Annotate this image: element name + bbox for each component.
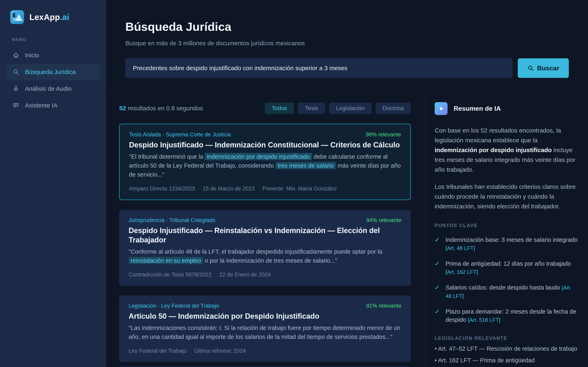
content-row: 52 resultados en 0.8 segundos Todos Tesi… — [106, 90, 588, 367]
keypoint-item: ✓ Salarios caídos: desde despido hasta l… — [435, 284, 578, 300]
check-icon: ✓ — [435, 308, 440, 316]
keypoint-text: Plazo para demandar: 2 meses desde la fe… — [445, 308, 576, 323]
sidebar-item-label: Búsqueda Jurídica — [25, 68, 76, 75]
home-icon — [13, 52, 19, 58]
search-icon — [13, 69, 19, 75]
keypoints-label: PUNTOS CLAVE — [435, 223, 578, 228]
ai-summary-title: Resumen de IA — [454, 105, 501, 112]
filter-chip-doctrina[interactable]: Doctrina — [376, 103, 411, 114]
result-excerpt: "Conforme al artículo 48 de la LFT, el t… — [129, 247, 401, 265]
search-row: Buscar — [125, 58, 569, 78]
relevance-badge: 91% relevante — [366, 303, 401, 309]
citation-link[interactable]: [Art. 48 LFT] — [445, 245, 475, 251]
legislation-item: • Art. 47–52 LFT — Rescisión de relacion… — [435, 345, 578, 353]
citation-link[interactable]: [Art. 162 LFT] — [445, 269, 478, 275]
meta-item: Ponente: Min. María González — [263, 185, 337, 192]
meta-item: Amparo Directo 1234/2023 — [129, 185, 195, 192]
result-meta: Contradicción de Tesis 5678/2022 22 de E… — [129, 272, 401, 278]
results-count: 52 resultados en 0.8 segundos — [119, 105, 203, 112]
sidebar-item-analisis-audio[interactable]: Análisis de Audio — [7, 80, 100, 97]
filter-chip-tesis[interactable]: Tesis — [298, 103, 325, 114]
source-badge: Jurisprudencia · Tribunal Colegiado — [129, 217, 215, 224]
page-header: Búsqueda Jurídica Busque en más de 3 mil… — [106, 0, 588, 90]
citation-link[interactable]: [Art. 518 LFT] — [468, 317, 501, 323]
filter-chips: Todos Tesis Legislación Doctrina — [265, 103, 411, 114]
check-icon: ✓ — [435, 259, 440, 268]
sidebar-item-busqueda-juridica[interactable]: Búsqueda Jurídica — [7, 64, 100, 80]
chat-bubble-icon — [13, 102, 19, 109]
page-title: Búsqueda Jurídica — [125, 20, 569, 34]
sparkle-icon: ✦ — [435, 102, 448, 115]
search-box — [125, 58, 512, 78]
meta-item: 15 de Marzo de 2023 — [203, 185, 255, 192]
sidebar-menu: Inicio Búsqueda Jurídica Análisis de Aud… — [0, 47, 106, 114]
result-excerpt: "Las indemnizaciones consistirán: I. Si … — [129, 323, 401, 341]
app-title: LexApp.ai — [29, 13, 69, 22]
legislation-label: LEGISLACIÓN RELEVANTE — [435, 335, 578, 341]
keypoint-text: Prima de antigüedad: 12 días por año tra… — [445, 260, 571, 267]
source-badge: Tesis Aislada · Suprema Corte de Justici… — [129, 132, 231, 138]
keypoint-text: Indemnización base: 3 meses de salario i… — [445, 236, 577, 243]
ai-summary-paragraph: Los tribunales han establecido criterios… — [435, 182, 578, 211]
ai-summary-header: ✦ Resumen de IA — [435, 102, 578, 115]
check-icon: ✓ — [435, 236, 440, 244]
result-meta: Amparo Directo 1234/2023 15 de Marzo de … — [129, 185, 401, 192]
result-title: Artículo 50 — Indemnización por Despido … — [129, 312, 401, 321]
ai-summary-paragraph: Con base en los 52 resultados encontrado… — [435, 125, 578, 175]
filter-chip-todos[interactable]: Todos — [265, 103, 294, 114]
main-area: Búsqueda Jurídica Busque en más de 3 mil… — [106, 0, 588, 367]
filter-chip-legislacion[interactable]: Legislación — [329, 103, 372, 114]
results-section: 52 resultados en 0.8 segundos Todos Tesi… — [106, 90, 425, 367]
sidebar-item-label: Análisis de Audio — [25, 85, 72, 92]
page-subtitle: Busque en más de 3 millones de documento… — [125, 40, 569, 47]
card-header: Jurisprudencia · Tribunal Colegiado 94% … — [129, 217, 401, 224]
result-title: Despido Injustificado — Indemnización Co… — [129, 140, 401, 150]
legislation-item: • Art. 162 LFT — Prima de antigüedad — [435, 356, 578, 364]
meta-item: Ley Federal del Trabajo — [129, 348, 187, 354]
sidebar-item-asistente-ia[interactable]: Asistente IA — [7, 97, 100, 114]
source-badge: Legislación · Ley Federal del Trabajo — [129, 303, 219, 309]
search-icon — [527, 65, 534, 71]
relevance-badge: 98% relevante — [366, 132, 401, 138]
result-card[interactable]: Tesis Aislada · Suprema Corte de Justici… — [119, 124, 411, 200]
search-button[interactable]: Buscar — [518, 58, 569, 78]
result-card[interactable]: Jurisprudencia · Tribunal Colegiado 94% … — [119, 210, 411, 286]
sidebar-item-label: Asistente IA — [25, 102, 58, 109]
keypoint-item: ✓ Prima de antigüedad: 12 días por año t… — [435, 259, 578, 276]
result-card[interactable]: Legislación · Ley Federal del Trabajo 91… — [119, 295, 411, 362]
sidebar: LexApp.ai MENÚ Inicio Búsqueda Jurídica … — [0, 0, 106, 367]
meta-item: 22 de Enero de 2024 — [219, 272, 271, 278]
app-logo-icon — [10, 10, 24, 24]
card-header: Legislación · Ley Federal del Trabajo 91… — [129, 303, 401, 309]
meta-item: Contradicción de Tesis 5678/2022 — [129, 272, 212, 278]
card-header: Tesis Aislada · Suprema Corte de Justici… — [129, 132, 401, 138]
meta-item: Última reforma: 2024 — [194, 348, 246, 354]
search-input[interactable] — [133, 65, 505, 72]
sidebar-item-label: Inicio — [25, 52, 39, 59]
result-title: Despido Injustificado — Reinstalación vs… — [129, 226, 401, 245]
keypoint-item: ✓ Plazo para demandar: 2 meses desde la … — [435, 308, 578, 324]
ai-summary-panel: ✦ Resumen de IA Con base en los 52 resul… — [425, 90, 588, 367]
sidebar-item-inicio[interactable]: Inicio — [7, 47, 100, 64]
brand: LexApp.ai — [10, 10, 106, 24]
sidebar-section-label: MENÚ — [12, 37, 106, 42]
result-excerpt: "El tribunal determinó que la indemnizac… — [129, 152, 401, 179]
relevance-badge: 94% relevante — [366, 217, 401, 224]
results-meta-row: 52 resultados en 0.8 segundos Todos Tesi… — [119, 103, 411, 114]
result-meta: Ley Federal del Trabajo Última reforma: … — [129, 348, 401, 354]
keypoint-item: ✓ Indemnización base: 3 meses de salario… — [435, 236, 578, 252]
check-icon: ✓ — [435, 284, 440, 292]
keypoint-text: Salarios caídos: desde despido hasta lau… — [445, 284, 560, 291]
microphone-icon — [13, 85, 19, 92]
